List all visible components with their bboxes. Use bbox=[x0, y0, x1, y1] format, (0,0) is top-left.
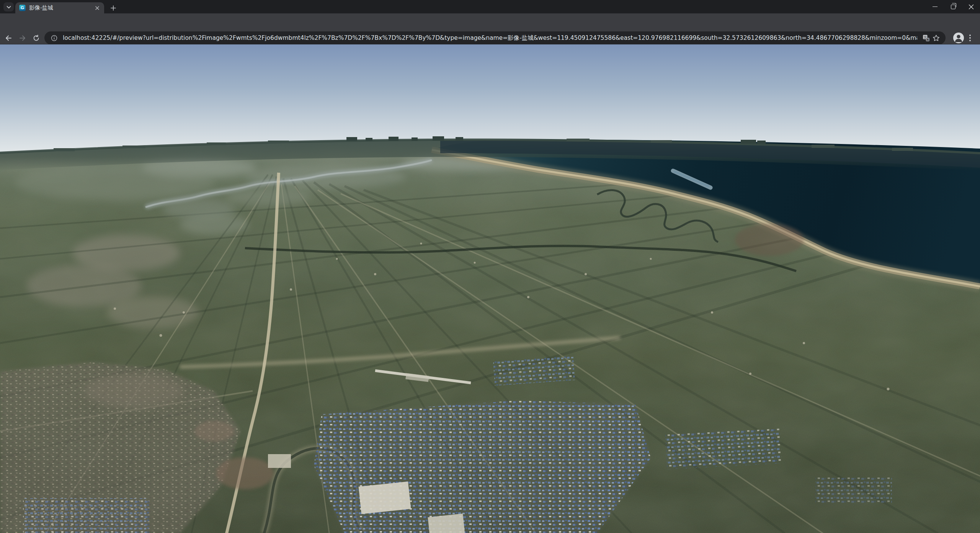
arrow-right-icon bbox=[19, 34, 26, 42]
translate-icon: 文 A bbox=[923, 34, 930, 42]
minimize-button[interactable] bbox=[926, 0, 944, 13]
reload-button[interactable] bbox=[30, 32, 42, 44]
site-favicon-icon: G bbox=[19, 5, 26, 11]
tab-strip: G 影像-盐城 bbox=[0, 0, 980, 13]
info-circle-icon bbox=[51, 35, 57, 41]
svg-text:A: A bbox=[926, 38, 929, 41]
restore-icon bbox=[951, 5, 956, 9]
translate-button[interactable]: 文 A bbox=[921, 33, 931, 43]
reload-icon bbox=[33, 34, 40, 42]
bookmark-button[interactable] bbox=[931, 33, 941, 43]
restore-button[interactable] bbox=[944, 0, 962, 13]
minimize-icon bbox=[933, 7, 938, 7]
url-text[interactable]: localhost:42225/#/preview?url=distributi… bbox=[63, 34, 917, 42]
plus-icon bbox=[111, 5, 116, 11]
map-viewport[interactable] bbox=[0, 44, 980, 533]
chevron-down-icon bbox=[7, 3, 11, 10]
browser-toolbar: localhost:42225/#/preview?url=distributi… bbox=[0, 13, 980, 44]
kebab-menu-icon bbox=[969, 34, 971, 41]
active-tab[interactable]: G 影像-盐城 bbox=[15, 2, 104, 13]
profile-button[interactable] bbox=[953, 33, 964, 43]
coastal-marsh bbox=[735, 224, 804, 256]
close-icon bbox=[969, 4, 974, 10]
forward-button[interactable] bbox=[16, 32, 28, 44]
back-button[interactable] bbox=[2, 32, 15, 44]
star-icon bbox=[933, 34, 940, 42]
new-tab-button[interactable] bbox=[108, 3, 118, 13]
close-button[interactable] bbox=[962, 0, 980, 13]
svg-text:G: G bbox=[21, 5, 24, 10]
window-controls bbox=[926, 0, 980, 13]
browser-window: G 影像-盐城 bbox=[0, 0, 980, 533]
address-bar[interactable]: localhost:42225/#/preview?url=distributi… bbox=[44, 31, 946, 44]
tab-search-button[interactable] bbox=[3, 2, 14, 11]
menu-button[interactable] bbox=[965, 33, 975, 43]
site-info-button[interactable] bbox=[49, 33, 59, 43]
tab-title: 影像-盐城 bbox=[29, 4, 94, 11]
close-icon bbox=[95, 6, 99, 10]
satellite-3d-scene bbox=[0, 44, 980, 533]
arrow-left-icon bbox=[5, 34, 12, 42]
tab-close-button[interactable] bbox=[94, 5, 100, 11]
avatar-icon bbox=[953, 33, 964, 43]
